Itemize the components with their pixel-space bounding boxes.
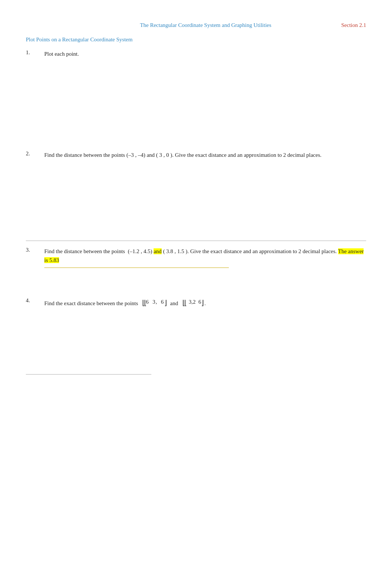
header: The Rectangular Coordinate System and Gr… [26,22,366,28]
problem-1: 1. Plot each point. [26,49,366,58]
divider-2-3 [26,241,366,241]
page: The Rectangular Coordinate System and Gr… [0,0,392,576]
problem-2-work-area [26,159,366,241]
problem-2-number: 2. [26,151,44,159]
right-bracket-1: ⌋ [164,299,166,306]
problem-4-and: and [170,300,178,306]
problem-4-point1: ⌊⌊6 3, 6⌋ [142,297,166,306]
problem-1-graph-area [26,58,366,151]
left-bracket-1: ⌊⌊ [142,299,146,306]
right-bracket-2: ⌋ [201,299,203,306]
bottom-space [26,380,366,462]
left-bracket-2: ⌊⌊ [182,299,186,306]
problem-3-answer: The answer is 5.83 [44,248,364,263]
section-heading: Plot Points on a Rectangular Coordinate … [26,37,366,43]
problem-3-work-area [26,268,366,297]
problem-3-text: Find the distance between the points (–1… [44,248,364,263]
problem-2: 2. Find the distance between the points … [26,151,366,159]
problem-4: 4. Find the exact distance between the p… [26,297,366,308]
bottom-divider [26,374,151,375]
problem-3-content: Find the distance between the points (–1… [44,247,366,265]
problem-4-number: 4. [26,297,44,308]
problem-4-point2: ⌊⌊ 3,2 6⌋ [182,297,203,306]
problem-4-content: Find the exact distance between the poin… [44,297,366,308]
problem-3: 3. Find the distance between the points … [26,247,366,265]
header-title: The Rectangular Coordinate System and Gr… [70,22,341,28]
problem-4-text: Find the exact distance between the poin… [44,300,206,306]
problem-2-text: Find the distance between the points (–3… [44,152,321,158]
problem-4-work-area [26,308,366,374]
p1-content: 6 3, 6 [146,297,164,306]
problem-4-period: . [204,300,206,306]
problem-2-content: Find the distance between the points (–3… [44,151,366,159]
problem-3-number: 3. [26,247,44,265]
problem-1-text: Plot each point. [44,51,79,57]
problem-1-content: Plot each point. [44,49,366,58]
problem-3-and-highlight: and [154,248,162,254]
problem-1-number: 1. [26,49,44,58]
header-section: Section 2.1 [341,22,367,28]
p2-content: 3,2 6 [186,297,201,306]
